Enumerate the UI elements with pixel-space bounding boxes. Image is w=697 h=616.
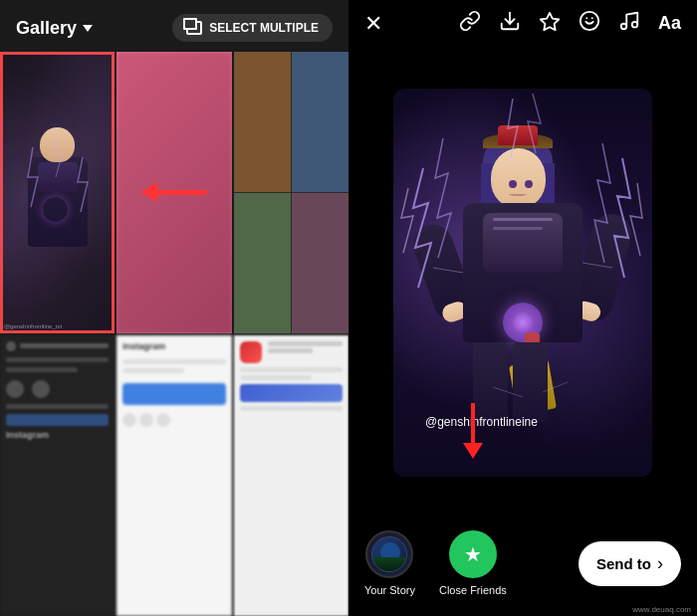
svg-point-6 bbox=[632, 22, 638, 27]
toolbar-icons: Aa bbox=[459, 10, 681, 37]
watermark: www.deuaq.com bbox=[632, 605, 691, 614]
your-story-label: Your Story bbox=[364, 584, 415, 596]
eye-left bbox=[509, 180, 517, 188]
gallery-item-bottom-right[interactable] bbox=[234, 335, 348, 617]
arrow-head-icon bbox=[141, 182, 157, 202]
wi-blue-bar bbox=[122, 383, 225, 405]
download-icon[interactable] bbox=[499, 10, 521, 37]
your-story-avatar bbox=[371, 536, 407, 572]
select-multiple-button[interactable]: SELECT MULTIPLE bbox=[172, 14, 333, 42]
avatar-bg bbox=[372, 537, 406, 571]
gallery-item-anime-selected[interactable]: @genshinfrontline_txt bbox=[0, 52, 115, 333]
story-toolbar: ✕ bbox=[348, 0, 697, 47]
story-actions-bar: Your Story ★ Close Friends Send to › bbox=[348, 518, 697, 616]
right-panel: ✕ bbox=[348, 0, 697, 616]
text-icon[interactable]: Aa bbox=[658, 13, 681, 34]
close-friends-option[interactable]: ★ Close Friends bbox=[439, 530, 507, 596]
gallery-item-pink[interactable] bbox=[116, 52, 231, 333]
mini-img-1 bbox=[234, 52, 291, 192]
insta-label-left: Instagram bbox=[6, 430, 109, 440]
close-friends-icon[interactable]: ★ bbox=[449, 530, 497, 578]
list-line-2 bbox=[6, 367, 78, 372]
red-arrow-overlay bbox=[116, 52, 231, 333]
multi-grid-layout bbox=[234, 52, 348, 333]
arrow-shaft bbox=[157, 190, 207, 195]
story-options: Your Story ★ Close Friends bbox=[364, 530, 579, 596]
select-multiple-icon bbox=[186, 21, 202, 35]
effects-icon[interactable] bbox=[539, 11, 561, 37]
select-multiple-label: SELECT MULTIPLE bbox=[209, 21, 319, 35]
story-preview: @genshinfrontlineine bbox=[348, 47, 697, 518]
dark-list-content: Instagram bbox=[6, 341, 109, 440]
svg-point-5 bbox=[621, 24, 627, 30]
story-image-container: @genshinfrontlineine bbox=[393, 89, 652, 477]
link-icon[interactable] bbox=[459, 10, 481, 37]
mini-lightning-svg bbox=[13, 127, 103, 257]
wi-line-1 bbox=[122, 359, 225, 364]
send-to-chevron: › bbox=[657, 553, 663, 574]
eye-right bbox=[525, 180, 533, 188]
gallery-label: Gallery bbox=[16, 18, 77, 39]
mini-img-2 bbox=[292, 52, 348, 192]
insta-label-right: Instagram bbox=[122, 341, 225, 351]
username-tag: @genshinfrontlineine bbox=[425, 415, 538, 429]
character-head bbox=[483, 133, 553, 208]
gallery-grid: @genshinfrontline_txt bbox=[0, 52, 348, 616]
gallery-item-multigrid[interactable] bbox=[234, 52, 348, 333]
leg-right bbox=[513, 342, 548, 422]
large-anime-bg: @genshinfrontlineine bbox=[393, 89, 652, 477]
chevron-down-icon bbox=[83, 25, 93, 32]
star-icon: ★ bbox=[464, 542, 482, 566]
music-icon[interactable] bbox=[618, 10, 640, 37]
avatar-land bbox=[372, 557, 406, 571]
orb-inner bbox=[513, 312, 533, 332]
list-line-1 bbox=[6, 357, 109, 362]
wi-circles bbox=[122, 413, 225, 427]
left-panel: Gallery SELECT MULTIPLE bbox=[0, 0, 348, 616]
character-torso bbox=[463, 203, 582, 342]
gallery-header: Gallery SELECT MULTIPLE bbox=[0, 0, 348, 52]
svg-marker-1 bbox=[541, 12, 559, 29]
gallery-item-white-insta[interactable]: Instagram bbox=[116, 335, 231, 617]
emoji-icon[interactable] bbox=[579, 10, 600, 37]
hat bbox=[498, 125, 538, 145]
your-story-icon[interactable] bbox=[365, 530, 413, 578]
your-story-option[interactable]: Your Story bbox=[364, 530, 415, 596]
character-face bbox=[491, 148, 546, 208]
send-to-button[interactable]: Send to › bbox=[579, 541, 681, 586]
gallery-dropdown[interactable]: Gallery bbox=[16, 18, 93, 39]
anime-figure bbox=[13, 127, 103, 257]
wi-line-2 bbox=[122, 368, 184, 373]
close-button[interactable]: ✕ bbox=[364, 11, 382, 37]
mini-img-3 bbox=[234, 193, 291, 333]
blue-bar bbox=[6, 414, 109, 426]
gallery-item-dark-list[interactable]: Instagram bbox=[0, 335, 115, 617]
send-to-label: Send to bbox=[596, 555, 651, 572]
mini-img-4 bbox=[292, 193, 348, 333]
cell-label-anime: @genshinfrontline_txt bbox=[4, 323, 62, 329]
close-friends-label: Close Friends bbox=[439, 584, 507, 596]
banner-content bbox=[240, 341, 343, 411]
list-line-3 bbox=[6, 404, 109, 409]
armor-plate bbox=[483, 213, 563, 273]
anime-character bbox=[423, 123, 622, 442]
svg-point-2 bbox=[581, 12, 598, 30]
leg-left bbox=[473, 342, 508, 422]
